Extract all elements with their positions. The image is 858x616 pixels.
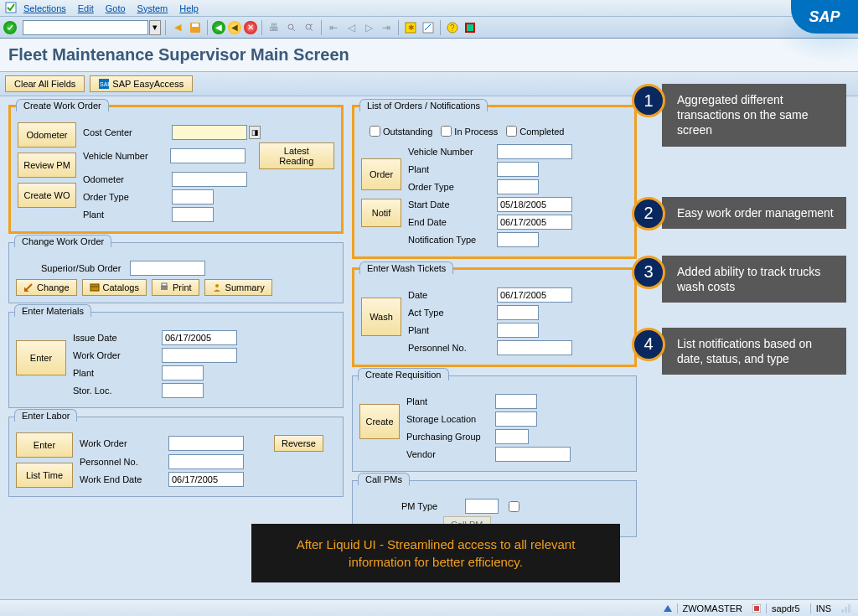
ord-type-label: Order Type [408,182,492,192]
enter-button[interactable] [3,21,17,34]
status-server: sapdr5 [766,603,805,613]
annotation-2-num: 2 [632,197,665,230]
pm-check[interactable] [509,501,519,512]
annotations: 1Aggregated different transactions on th… [632,84,858,400]
end-date-input[interactable] [168,472,244,487]
vehicle-input[interactable] [170,148,246,163]
print-icon[interactable]: 🖶 [266,20,282,35]
pm-title: Call PMs [358,473,410,485]
completed-check-label[interactable]: Completed [506,126,564,137]
last-page-icon[interactable]: ⇥ [379,20,394,35]
outstanding-check[interactable] [370,126,380,137]
storage-input[interactable] [495,412,537,427]
save-button[interactable] [188,20,203,35]
find-icon[interactable] [284,20,299,35]
cost-center-f4[interactable]: ◨ [249,126,261,139]
act-type-input[interactable] [497,305,539,320]
pm-type-input[interactable] [465,499,499,514]
annotation-4-text: List notifications based on date, status… [662,328,846,375]
issue-date-input[interactable] [162,330,237,345]
change-button[interactable]: Change [16,279,77,296]
menu-selections[interactable]: Selections [23,3,66,13]
req-plant-input[interactable] [495,394,537,409]
labor-personnel-input[interactable] [168,454,244,469]
svg-rect-20 [90,284,99,291]
inprocess-check-label[interactable]: In Process [441,126,498,137]
superior-input[interactable] [130,261,205,276]
cost-center-input[interactable] [172,125,247,140]
labor-wo-input[interactable] [168,436,244,451]
status-triangle-icon[interactable] [664,605,672,612]
order-button[interactable]: Order [361,158,401,190]
print-button[interactable]: Print [152,279,199,296]
ord-end-date-input[interactable] [497,215,572,230]
plant-input[interactable] [172,207,214,222]
wash-date-input[interactable] [497,287,572,303]
exit-icon[interactable]: ◀ [228,21,241,34]
completed-check[interactable] [506,126,517,137]
menu-system[interactable]: System [137,3,168,13]
wash-date-label: Date [408,290,492,300]
order-type-input[interactable] [172,189,214,204]
back-button[interactable]: ◀ [170,20,185,35]
stor-loc-label: Stor. Loc. [73,386,157,396]
svg-line-7 [292,28,295,31]
catalogs-button[interactable]: Catalogs [82,279,147,296]
ord-plant-input[interactable] [497,162,539,177]
next-page-icon[interactable]: ▷ [361,20,376,35]
mat-plant-input[interactable] [162,365,204,380]
wash-personnel-input[interactable] [497,340,572,355]
layout-icon[interactable] [463,20,478,35]
prev-page-icon[interactable]: ◁ [344,20,359,35]
dropdown-icon[interactable]: ▾ [149,20,161,35]
vendor-input[interactable] [495,447,571,462]
menu-goto[interactable]: Goto [106,3,126,13]
ord-vehicle-input[interactable] [497,144,572,159]
latest-reading-button[interactable]: Latest Reading [259,142,334,169]
storage-label: Storage Location [406,414,490,424]
app-icon [5,2,18,15]
labor-enter-button[interactable]: Enter [16,432,73,458]
status-session-icon[interactable] [752,604,761,613]
create-wo-button[interactable]: Create WO [18,183,76,208]
list-time-button[interactable]: List Time [16,463,73,488]
easy-access-button[interactable]: SAPSAP EasyAccess [90,75,193,92]
new-session-icon[interactable]: ✱ [403,20,418,35]
mat-wo-input[interactable] [162,348,237,363]
purch-group-input[interactable] [495,429,529,444]
back-icon[interactable]: ◀ [212,21,225,34]
reverse-button[interactable]: Reverse [274,435,323,452]
annotation-2-text: Easy work order management [662,197,846,229]
vehicle-label: Vehicle Number [83,151,165,161]
inprocess-check[interactable] [441,126,452,137]
req-title: Create Requisition [358,368,449,380]
stor-loc-input[interactable] [162,383,204,398]
orders-title: List of Orders / Notifications [359,99,488,111]
menu-edit[interactable]: Edit [78,3,94,13]
toolbar: ▾ ◀ ◀ ◀ ✕ 🖶 + ⇤ ◁ ▷ ⇥ ✱ ? [0,17,858,39]
start-date-input[interactable] [497,197,572,212]
odometer-button[interactable]: Odometer [18,122,76,148]
outstanding-check-label[interactable]: Outstanding [370,126,432,137]
ord-type-input[interactable] [497,179,539,194]
summary-button[interactable]: Summary [204,279,272,296]
create-req-button[interactable]: Create [359,404,400,439]
odometer-input[interactable] [172,172,247,187]
svg-rect-22 [161,286,168,290]
review-pm-button[interactable]: Review PM [18,153,76,178]
materials-enter-button[interactable]: Enter [16,340,66,375]
shortcut-icon[interactable] [421,20,436,35]
command-field[interactable] [23,20,148,35]
svg-rect-28 [845,607,847,613]
clear-all-button[interactable]: Clear All Fields [5,75,85,92]
find-next-icon[interactable]: + [302,20,317,35]
notif-type-input[interactable] [497,232,539,247]
first-page-icon[interactable]: ⇤ [326,20,341,35]
menu-help[interactable]: Help [179,3,199,13]
wash-plant-input[interactable] [497,323,539,338]
cancel-icon[interactable]: ✕ [244,21,257,34]
help-icon[interactable]: ? [445,20,460,35]
issue-date-label: Issue Date [73,333,157,343]
wash-button[interactable]: Wash [361,298,401,336]
notif-button[interactable]: Notif [361,199,401,227]
